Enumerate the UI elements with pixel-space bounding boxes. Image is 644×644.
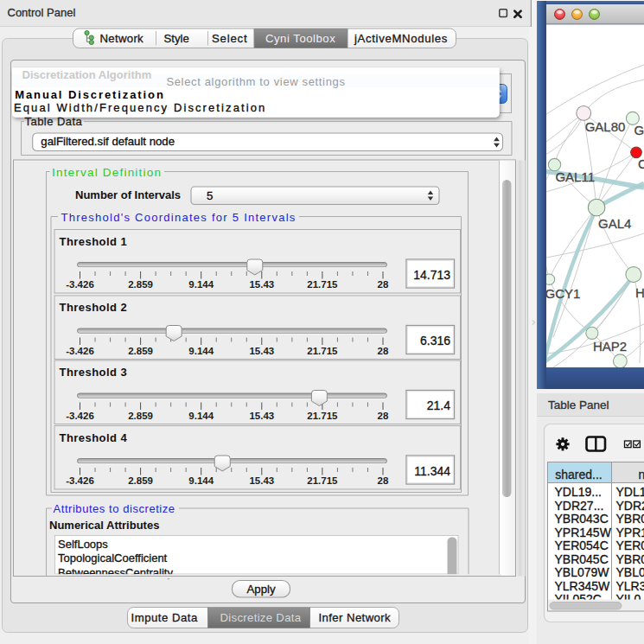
svg-text:Threshold 1: Threshold 1 — [60, 235, 128, 248]
svg-text:2.859: 2.859 — [128, 475, 153, 486]
svg-text:11.344: 11.344 — [414, 464, 450, 478]
svg-text:9.144: 9.144 — [188, 475, 214, 486]
svg-text:Attributes to discretize: Attributes to discretize — [54, 502, 175, 515]
svg-text:Table Data: Table Data — [25, 115, 83, 128]
svg-text:28: 28 — [378, 346, 389, 356]
svg-text:Select: Select — [212, 32, 247, 45]
svg-text:Cyni Toolbox: Cyni Toolbox — [265, 32, 335, 45]
svg-text:YDR2: YDR2 — [616, 499, 644, 513]
svg-text:Table Panel: Table Panel — [548, 399, 609, 411]
svg-text:28: 28 — [378, 411, 389, 421]
svg-text:9.144: 9.144 — [188, 346, 214, 356]
svg-text:GAL80: GAL80 — [585, 119, 626, 134]
svg-text:YPR1: YPR1 — [616, 526, 644, 539]
svg-text:YBR043C: YBR043C — [555, 512, 609, 526]
svg-text:21.715: 21.715 — [307, 475, 338, 486]
svg-text:14.713: 14.713 — [413, 268, 450, 282]
svg-text:9.144: 9.144 — [188, 411, 214, 421]
svg-text:HAP2: HAP2 — [593, 339, 627, 354]
svg-text:Threshold 2: Threshold 2 — [60, 301, 128, 314]
svg-text:SelfLoops: SelfLoops — [58, 538, 108, 551]
svg-text:2.859: 2.859 — [128, 279, 153, 290]
svg-text:15.43: 15.43 — [249, 346, 274, 356]
svg-text:-3.426: -3.426 — [66, 346, 94, 356]
svg-text:6.316: 6.316 — [420, 334, 450, 348]
svg-text:YBL079W: YBL079W — [555, 565, 610, 579]
svg-text:C: C — [638, 156, 644, 171]
svg-text:-3.426: -3.426 — [66, 411, 94, 421]
svg-text:GAL11: GAL11 — [555, 169, 595, 184]
svg-text:H: H — [635, 285, 644, 300]
svg-text:YPR145W: YPR145W — [555, 526, 612, 539]
svg-text:2.859: 2.859 — [128, 346, 153, 356]
svg-text:5: 5 — [207, 189, 213, 202]
svg-text:YBR045C: YBR045C — [555, 552, 609, 566]
svg-text:Impute Data: Impute Data — [131, 611, 199, 624]
svg-text:YBR0: YBR0 — [616, 512, 644, 526]
svg-text:na: na — [639, 468, 644, 481]
svg-text:Number of Intervals: Number of Intervals — [75, 188, 181, 201]
svg-text:GAL4: GAL4 — [598, 216, 631, 231]
svg-text:-3.426: -3.426 — [66, 279, 94, 290]
svg-text:galFiltered.sif default node: galFiltered.sif default node — [41, 135, 175, 148]
svg-text:YLR3: YLR3 — [616, 579, 644, 593]
svg-text:15.43: 15.43 — [249, 411, 274, 421]
svg-text:Equal Width/Frequency Discreti: Equal Width/Frequency Discretization — [14, 101, 266, 114]
svg-text:Select algorithm to view setti: Select algorithm to view settings — [166, 75, 345, 88]
svg-text:YDL1: YDL1 — [616, 485, 644, 499]
svg-text:Manual Discretization: Manual Discretization — [15, 88, 165, 101]
svg-text:15.43: 15.43 — [249, 279, 274, 290]
svg-text:15.43: 15.43 — [249, 475, 274, 486]
svg-text:28: 28 — [378, 475, 389, 486]
svg-text:Discretization Algorithm: Discretization Algorithm — [22, 68, 152, 81]
svg-text:Apply: Apply — [247, 583, 276, 596]
svg-text:Style: Style — [164, 32, 189, 45]
svg-text:Threshold 4: Threshold 4 — [60, 431, 128, 444]
svg-text:jActiveMNodules: jActiveMNodules — [354, 32, 448, 45]
svg-text:YBR0: YBR0 — [616, 552, 644, 566]
svg-text:YBL0: YBL0 — [616, 565, 644, 579]
svg-text:21.715: 21.715 — [307, 279, 338, 290]
svg-text:9.144: 9.144 — [188, 279, 214, 290]
svg-text:TopologicalCoefficient: TopologicalCoefficient — [58, 552, 168, 564]
svg-text:Network: Network — [100, 32, 144, 45]
svg-text:Infer Network: Infer Network — [319, 611, 392, 624]
svg-text:Interval Definition: Interval Definition — [52, 166, 162, 179]
svg-text:G.: G. — [634, 123, 644, 137]
svg-text:21.4: 21.4 — [427, 399, 450, 412]
svg-text:YDR27...: YDR27... — [555, 499, 604, 513]
svg-text:21.715: 21.715 — [307, 346, 338, 356]
svg-text:28: 28 — [378, 279, 389, 290]
svg-text:2.859: 2.859 — [128, 411, 153, 421]
svg-text:YER054C: YER054C — [555, 539, 609, 552]
svg-text:Numerical Attributes: Numerical Attributes — [49, 519, 159, 532]
svg-text:Threshold's Coordinates for 5: Threshold's Coordinates for 5 Intervals — [61, 211, 296, 224]
svg-text:Threshold 3: Threshold 3 — [60, 366, 128, 379]
svg-text:Control Panel: Control Panel — [8, 6, 76, 19]
svg-text:Discretize Data: Discretize Data — [220, 611, 302, 624]
svg-text:shared...: shared... — [555, 468, 602, 481]
svg-text:-3.426: -3.426 — [66, 475, 94, 486]
svg-text:GCY1: GCY1 — [545, 286, 581, 301]
svg-text:YER0: YER0 — [616, 539, 644, 552]
svg-text:YLR345W: YLR345W — [555, 579, 611, 593]
svg-text:YDL19...: YDL19... — [555, 485, 602, 499]
svg-text:21.715: 21.715 — [307, 411, 338, 421]
